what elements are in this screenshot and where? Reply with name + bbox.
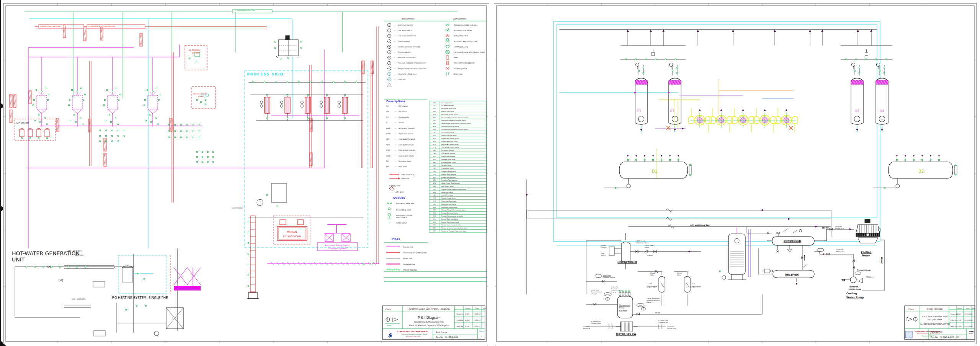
cw-in-label-2: WATER IN	[583, 328, 590, 330]
check-valve2-label-2: Valve	[677, 274, 681, 276]
legend-dash: —	[394, 57, 395, 59]
description-abbr: IWR	[386, 144, 390, 146]
components-title: Components	[453, 18, 466, 20]
ref-plant-label-1: REFRIGERATION	[193, 93, 207, 95]
utilities-title: Utilities	[393, 196, 405, 199]
frame-grid-number: 1	[57, 4, 58, 6]
tag-label: Butter line Strainer	[441, 156, 455, 157]
description-label: Iced water forward	[399, 138, 415, 140]
frame-grid-number: 8	[435, 4, 436, 6]
instrument-label: Pressure Indicator (Manometer)	[398, 62, 426, 64]
main-filter-label: MAIN FILTER	[75, 254, 84, 256]
tag-label: Manual Filling Point Isolation Valve	[441, 209, 466, 211]
tag-code: SM	[433, 165, 436, 166]
tag-code: PPD	[433, 162, 436, 163]
tag-label: Cold Water Control Valve	[441, 147, 459, 149]
tag-code: MFV	[433, 192, 436, 193]
tb2-row0-date: 23.09.2016	[964, 313, 973, 315]
legend-dash: —	[395, 133, 396, 135]
tb1-col-name: Name	[466, 307, 470, 309]
tb1-row2-name: A.S.R	[465, 325, 469, 327]
oil-separator1-label-1: Oil	[649, 282, 652, 285]
condensate-return-label: CONDENSATE RETURN HEADER	[88, 26, 115, 28]
sight-glass-label: Sight glass	[395, 191, 405, 193]
tag-label: Hot Water Control Valve	[441, 144, 459, 145]
expansion-valve-label-2: Expansion Valve	[637, 242, 649, 244]
tag-code: RBI	[433, 227, 436, 229]
manual-filling-label-1: MANUAL	[287, 230, 297, 233]
vents2-label-1: ¾" Vents Each	[658, 320, 668, 322]
description-abbr: Cs	[386, 116, 389, 118]
hot-water-title-2: UNIT	[12, 256, 25, 263]
pipe-style-label: Secondary line (battery ltd.)	[403, 252, 427, 254]
description-label: Stainless steel	[399, 160, 411, 162]
vent-size: ¾"	[611, 323, 613, 325]
tb2-client: SIPEPL (BUNGE)	[926, 308, 943, 310]
tag-label: Cold Water Strainer	[441, 153, 456, 154]
frame-grid-number: 7	[381, 4, 382, 6]
instrument-label: Temperature Indicator Controller	[397, 68, 426, 70]
tag-label: Mass Flow Valve	[441, 192, 453, 193]
strainer-label: Strainer	[866, 276, 873, 278]
legend-dash: —	[394, 73, 395, 75]
description-label: Iced water return	[399, 144, 414, 146]
tag-code: OF	[433, 105, 435, 106]
tb2-client-label: Client	[908, 308, 914, 310]
tag-label: Premix Tank Agitator	[441, 174, 456, 175]
description-abbr: HWF	[386, 127, 390, 129]
tag-code: CWS	[433, 153, 436, 154]
frame-grid-number: 4	[219, 4, 220, 6]
tb2-row1-name: P.A.S	[957, 319, 961, 321]
tag-label: Product Diversion Valve	[441, 212, 458, 214]
cw-out-label-2: WATER OUT	[667, 328, 676, 330]
legend-dash: —	[395, 166, 396, 168]
instrument-symbol-code: TI	[389, 41, 390, 42]
tag-label: Premix Inlet Valve	[441, 111, 454, 113]
legend-dash: —	[395, 111, 396, 113]
vents1-label-1: ¾" Vents Each	[591, 321, 601, 322]
legend-dash: —	[394, 24, 395, 26]
legend-dash: —	[395, 122, 396, 124]
tb1-company3: Bangalore 560 095	[406, 336, 420, 338]
tag-label: Waterphase to Premix Isolation Valve	[441, 129, 468, 131]
process-skid-label: PROCESS SKID	[247, 72, 284, 76]
tb2-row2-date: 23.09.2016	[964, 325, 973, 327]
tag-label: Plunger Pump Pressure transmitter	[441, 189, 466, 190]
compressor-label-1: Compressor	[619, 304, 630, 306]
tag-label: Product Recirculation to Buffer	[441, 215, 463, 217]
tag-code: ETA	[433, 180, 436, 181]
nb150-label: 150 NB	[822, 227, 829, 229]
instrument-label: High level switch	[398, 24, 413, 26]
intercooler-label: INTERCOOLER	[617, 261, 637, 264]
tag-label: Oil Isolation Valve	[441, 132, 454, 134]
legend-dash: —	[395, 160, 396, 162]
pi3-label: PI	[598, 277, 599, 278]
tag-code: RDI	[433, 224, 436, 226]
description-abbr: MS	[386, 166, 389, 168]
tb2-row0-name: D.S.V	[957, 313, 962, 315]
tag-label: Ice Water Strainer	[441, 150, 454, 151]
phe2-label: 6PG - 12 PLATES	[72, 298, 86, 300]
description-abbr: S	[386, 122, 387, 124]
tag-label: Remelt Tank Outlet Valve	[441, 222, 459, 223]
tb1-row1-date: 29.11.17	[474, 319, 481, 321]
nb50-label: 50 NB	[655, 312, 660, 314]
vents1-label-2: Cylinder-8 Nos.	[591, 323, 601, 324]
tb1-scale-label: Scale	[387, 325, 391, 326]
frame-grid-number: 5	[273, 4, 274, 6]
tower-label-2: Tower	[862, 254, 870, 257]
utility-label: with valve ¾"	[396, 217, 408, 219]
pump-cap-label-2: 20 Mtr. Head	[849, 288, 861, 290]
compressor-label-2: KC8S	[619, 307, 624, 309]
tag-code: EIV	[433, 108, 436, 109]
tag-label: Oil Supply Valve	[441, 102, 453, 104]
vent-size: ¾"	[661, 323, 663, 325]
tag-label: Water Phase Tank Agitator	[441, 183, 460, 184]
auto-filling-label-2: Conveyor System	[328, 247, 346, 250]
tag-label: Emulsion Tank Agitator	[441, 180, 458, 181]
instrument-symbol-code: LL	[389, 35, 390, 37]
tag-code: AOV	[433, 207, 436, 208]
description-abbr: HWR	[386, 133, 391, 135]
drawing-sheet-pid-margarine: 12345678 PROCESS SKID CONDENSATE SYSTEM …	[3, 3, 489, 344]
receiver-label: RECEIVER	[785, 273, 799, 276]
